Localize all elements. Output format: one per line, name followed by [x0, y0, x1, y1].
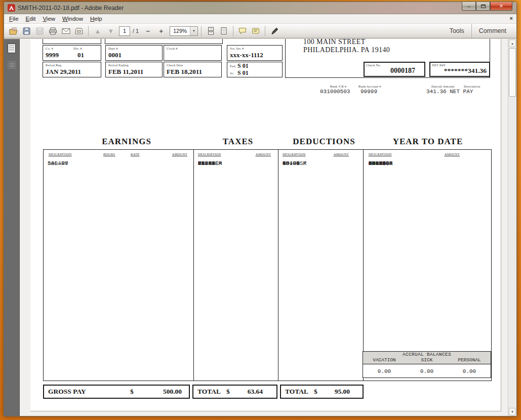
minimize-button[interactable]: –	[462, 2, 476, 11]
period-end-label: Period Ending	[108, 63, 129, 67]
company-code-box: 0002	[43, 39, 101, 44]
page-thumbnails-icon[interactable]	[8, 44, 16, 53]
print-button[interactable]	[47, 25, 59, 37]
vertical-scrollbar[interactable]: ▲ ▼	[508, 39, 516, 416]
comment-tab[interactable]: Comment	[472, 24, 513, 38]
net-pay-value: *******341.36	[444, 67, 487, 75]
taxes-total-value: 63.64	[248, 388, 263, 396]
maximize-icon	[481, 5, 486, 8]
share-button[interactable]	[73, 25, 85, 37]
zoom-out-icon: −	[146, 27, 150, 35]
stub-table: DESCRIPTION HOURS RATE AMOUNT SALARY500.…	[43, 149, 492, 381]
zoom-in-button[interactable]: +	[155, 25, 167, 37]
filing-status-box: Fed: S 01 St: S 01	[227, 62, 283, 77]
highlight-text-button[interactable]	[250, 25, 262, 37]
accrual-title: ACCRUAL BALANCES	[363, 352, 491, 357]
share-stamp-icon	[75, 27, 83, 35]
div-value: 01	[77, 51, 84, 59]
taxes-column: DESCRIPTION AMOUNT FICA21.00 MEDFICA7.25…	[193, 150, 278, 381]
zoom-in-icon: +	[159, 27, 163, 35]
div-label: Div. #	[73, 47, 82, 50]
zoom-dropdown-arrow-icon[interactable]: ▼	[190, 27, 197, 35]
adobe-reader-app-icon	[8, 4, 15, 12]
company-address1: 100 MAIN STREET	[303, 39, 366, 46]
menu-view[interactable]: View	[39, 15, 59, 23]
ytd-header-description: DESCRIPTION	[369, 152, 392, 156]
taxes-total-currency: $	[226, 388, 230, 396]
taxes-header-amount: AMOUNT	[256, 152, 271, 156]
page-number-input[interactable]	[119, 26, 130, 36]
period-beg-label: Period Beg.	[46, 63, 62, 67]
net-pay-box: NET PAY *******341.36	[429, 62, 490, 77]
scroll-up-icon: ▲	[511, 42, 514, 45]
save-icon	[23, 27, 30, 35]
ssn-label: Soc Sec #	[230, 47, 244, 50]
scrolling-mode-icon	[207, 27, 215, 35]
bank-account-number: 99999	[360, 89, 377, 95]
save-button[interactable]	[20, 25, 32, 37]
scrollbar-thumb[interactable]	[509, 48, 516, 97]
ytd-title: YEAR TO DATE	[365, 137, 491, 147]
deductions-total-box: TOTAL $ 95.00	[280, 385, 364, 399]
company-name: A SAMPLE COMPANY	[138, 39, 211, 40]
taxes-title: TAXES	[197, 137, 278, 147]
earnings-title: EARNINGS	[61, 137, 192, 147]
open-button[interactable]	[7, 25, 19, 37]
highlight-text-icon	[252, 27, 260, 34]
menu-edit[interactable]: Edit	[22, 15, 39, 23]
gross-pay-currency: $	[130, 388, 134, 396]
scroll-down-button[interactable]: ▼	[509, 408, 516, 415]
maximize-button[interactable]	[476, 2, 490, 11]
attachments-icon[interactable]	[8, 61, 16, 69]
close-button[interactable]: ×	[490, 2, 512, 11]
next-page-icon: ▼	[108, 27, 114, 35]
toolbar-right-tabs: Tools Comment	[443, 24, 513, 38]
email-button[interactable]	[60, 25, 72, 37]
single-page-icon	[220, 27, 227, 35]
scroll-down-icon: ▼	[511, 410, 514, 413]
co-label: Co. #	[46, 47, 53, 50]
accrual-sick-value: 0.00	[406, 368, 448, 374]
fed-status: S 01	[237, 62, 249, 70]
save-copy-icon	[36, 27, 44, 35]
titlebar[interactable]: SMITH-2011-02-18.pdf - Adobe Reader – ×	[4, 2, 516, 14]
zoom-level-select[interactable]: 129% ▼	[170, 26, 198, 36]
menu-help[interactable]: Help	[87, 15, 106, 23]
close-icon: ×	[499, 3, 503, 10]
deductions-header-description: DESCRIPTION	[283, 152, 306, 156]
check-date-value: FEB 18,2011	[167, 68, 202, 76]
period-beg-box: Period Beg. JAN 29,2011	[43, 62, 101, 77]
tools-tab[interactable]: Tools	[443, 24, 471, 38]
net-pay-label: NET PAY	[432, 63, 446, 67]
fill-sign-button[interactable]	[268, 25, 280, 37]
check-date-box: Check Date FEB 18,2011	[164, 62, 222, 77]
fill-sign-pen-icon	[271, 27, 278, 35]
zoom-out-button[interactable]: −	[142, 25, 154, 37]
previous-page-button[interactable]: ▲	[92, 25, 104, 37]
accrual-columns: VACATION SICK PERSONAL	[363, 357, 491, 363]
sticky-note-button[interactable]	[236, 25, 249, 37]
email-icon	[62, 28, 70, 34]
ytd-column: DESCRIPTION AMOUNT GROSS2000.00 1099$$50…	[363, 150, 492, 381]
deposit-amount-label: Deposit Amount	[431, 85, 455, 88]
page-count-label: / 1	[133, 28, 139, 34]
save-copy-button[interactable]	[33, 25, 46, 37]
window-title: SMITH-2011-02-18.pdf - Adobe Reader	[18, 5, 124, 12]
ssn-box: Soc Sec # xxx-xx-1112	[227, 45, 283, 61]
company-code: 0002	[46, 39, 58, 41]
scrolling-mode-button[interactable]	[205, 25, 217, 37]
company-address2: PHILADELPHIA. PA 19140	[303, 46, 390, 54]
menu-window[interactable]: Window	[59, 15, 87, 23]
dept-box: Dept # 0001	[105, 45, 163, 61]
dept-value: 0001	[108, 51, 122, 59]
window-controls: – ×	[462, 2, 512, 11]
single-page-button[interactable]	[218, 25, 230, 37]
previous-page-icon: ▲	[95, 27, 101, 35]
scroll-up-button[interactable]: ▲	[509, 39, 516, 47]
earnings-header-amount: AMOUNT	[172, 152, 187, 156]
menu-file[interactable]: File	[6, 15, 22, 23]
accrual-col-vacation: VACATION	[363, 357, 406, 363]
taxes-total-label: TOTAL	[197, 388, 221, 396]
next-page-button[interactable]: ▼	[105, 25, 117, 37]
menubar-close-icon[interactable]: ×	[510, 15, 513, 21]
